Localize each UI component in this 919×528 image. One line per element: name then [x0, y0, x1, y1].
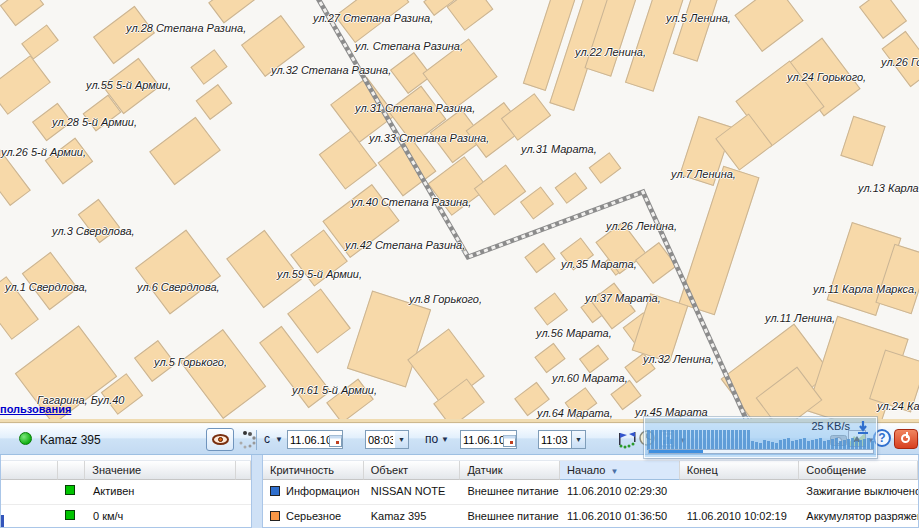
sort-desc-icon: ▼	[610, 467, 618, 476]
street-label: ул.61 5-й Армии,	[292, 384, 377, 396]
show-track-button[interactable]	[616, 430, 638, 454]
status-value: Активен	[86, 480, 238, 504]
status-value: 0 км/ч	[86, 505, 238, 528]
panel-body: Значение Активен0 км/ч КритичностьОбъект…	[0, 455, 919, 528]
event-cell: 11.06.2010 01:36:50	[560, 505, 680, 528]
street-label: ул.24 Горького,	[787, 71, 866, 83]
street-label: ул.8 Горького,	[409, 293, 482, 305]
event-cell: Зажигание выключено	[799, 480, 918, 504]
event-cell: Внешнее питание	[460, 480, 560, 504]
street-label: ул.6 Свердлова,	[137, 281, 220, 293]
calendar-icon[interactable]	[503, 433, 516, 446]
from-time-dropdown-icon[interactable]: ▼	[395, 430, 409, 449]
street-label: ул.33 Степана Разина,	[369, 132, 489, 144]
status-table-header[interactable]	[58, 461, 86, 480]
map-canvas[interactable]: ул.27 Степана Разина,ул.28 Степана Разин…	[0, 0, 919, 419]
exit-button[interactable]	[894, 429, 918, 449]
street-label: ул.26 Ленина,	[606, 220, 677, 232]
terms-of-use-link[interactable]: пользования	[0, 403, 71, 415]
status-green-icon	[65, 510, 75, 520]
events-header-3[interactable]: Начало▼	[560, 461, 680, 480]
street-label: ул.28 Степана Разина,	[126, 22, 246, 34]
track-icon	[616, 430, 638, 450]
street-label: ул.28 5-й Армии,	[52, 116, 137, 128]
street-label: ул.3 Свердлова,	[52, 225, 135, 237]
traffic-speed: 25 KB/s	[811, 420, 850, 432]
street-label: ул. Степана Разина,	[355, 40, 463, 52]
to-time-dropdown-icon[interactable]: ▼	[572, 430, 586, 449]
street-label: ул.42 Степана Разина,	[345, 239, 465, 251]
street-label: ул.1 Свердлова,	[5, 281, 88, 293]
street-label: ул.7 Ленина,	[671, 168, 736, 180]
street-label: ул.31 Марата,	[521, 143, 597, 155]
satellites-icon	[238, 430, 258, 450]
from-dropdown-icon[interactable]: ▼	[275, 435, 283, 444]
events-table: КритичностьОбъектДатчикНачало▼КонецСообщ…	[262, 455, 919, 528]
satellites-button[interactable]	[238, 430, 258, 454]
street-label: ул.13 Карла	[858, 182, 919, 194]
street-label: ул.40 Степана Разина,	[351, 196, 471, 208]
street-label: ул.60 Марата,	[552, 372, 628, 384]
street-label: ул.11 Ленина,	[765, 312, 835, 324]
events-header-0[interactable]: Критичность	[263, 461, 364, 480]
event-row[interactable]: СерьезноеKamaz 395Внешнее питание11.06.2…	[263, 505, 918, 528]
status-row[interactable]: 0 км/ч	[1, 505, 251, 528]
event-cell: Серьезное	[263, 505, 364, 528]
street-label: ул.55 5-й Армии,	[86, 79, 171, 91]
severity-icon	[270, 486, 280, 496]
events-header-4[interactable]: Конец	[680, 461, 800, 480]
street-label: ул.5 Ленина,	[666, 12, 731, 24]
events-header-1[interactable]: Объект	[364, 461, 461, 480]
street-label: ул.35 Марата,	[561, 258, 637, 270]
event-cell: Информацион	[263, 480, 364, 504]
railway-line	[0, 0, 919, 419]
app-window: ул.27 Степана Разина,ул.28 Степана Разин…	[0, 0, 919, 528]
status-row[interactable]: Активен	[1, 480, 251, 505]
street-label: ул.64 Марата,	[537, 407, 613, 419]
street-label: ул.5 Горького,	[154, 356, 227, 368]
status-table-header[interactable]	[236, 461, 251, 480]
street-label: ул.26 Го	[881, 56, 919, 68]
event-cell: 11.06.2010 10:02:19	[680, 505, 800, 528]
show-on-map-button[interactable]	[206, 428, 234, 451]
severity-icon	[270, 511, 280, 521]
street-label: ул.11 Карла Маркса,	[813, 283, 917, 295]
status-table-header[interactable]: Значение	[85, 461, 236, 480]
vehicle-status-icon	[19, 432, 32, 445]
event-row[interactable]: ИнформационNISSAN NOTEВнешнее питание11.…	[263, 480, 918, 505]
street-label: ул.32 Ленина,	[643, 353, 714, 365]
street-label: ул.26 5-й Армии,	[1, 146, 86, 158]
event-cell: Аккумулятор разряжен	[799, 505, 918, 528]
to-label: по	[425, 432, 438, 446]
events-header-5[interactable]: Сообщение	[799, 461, 918, 480]
from-time-input[interactable]	[365, 430, 396, 449]
street-label: ул.56 Марата,	[536, 327, 612, 339]
street-label: ул.27 Степана Разина,	[313, 12, 433, 24]
street-label: ул.24 Ка	[877, 400, 919, 412]
street-label: ул.32 Степана Разина,	[271, 64, 391, 76]
calendar-icon[interactable]	[329, 433, 342, 446]
status-table-header[interactable]	[1, 461, 58, 480]
traffic-overlay: 25 KB/s	[644, 417, 877, 458]
status-table: Значение Активен0 км/ч	[0, 455, 252, 528]
event-cell: 11.06.2010 02:29:30	[560, 480, 680, 504]
to-time-input[interactable]	[538, 430, 572, 449]
status-green-icon	[65, 485, 75, 495]
event-cell: NISSAN NOTE	[364, 480, 461, 504]
street-label: ул.59 5-й Армии,	[277, 268, 362, 280]
to-dropdown-icon[interactable]: ▼	[441, 435, 449, 444]
toolbar-separator	[256, 430, 257, 450]
street-label: ул.31 Степана Разина,	[355, 102, 475, 114]
street-label: ул.22 Ленина,	[575, 46, 646, 58]
vehicle-name: Kamaz 395	[40, 433, 101, 447]
download-icon	[855, 420, 871, 436]
event-cell	[680, 480, 800, 504]
loading-progress-bar	[648, 449, 874, 454]
event-cell: Kamaz 395	[364, 505, 461, 528]
eye-icon	[212, 434, 229, 445]
events-header-2[interactable]: Датчик	[460, 461, 560, 480]
event-cell: Внешнее питание	[460, 505, 560, 528]
street-label: ул.37 Марата,	[585, 292, 661, 304]
from-label: с	[264, 432, 270, 446]
